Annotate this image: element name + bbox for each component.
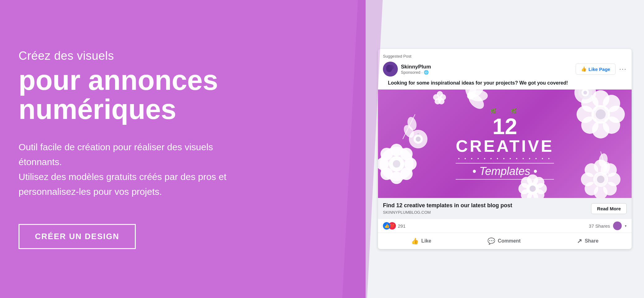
- link-info: Find 12 creative templates in our latest…: [383, 202, 591, 215]
- more-options-button[interactable]: ···: [619, 65, 627, 73]
- comment-action-button[interactable]: 💬 Comment: [481, 234, 527, 248]
- svg-point-39: [596, 109, 606, 119]
- svg-point-27: [469, 90, 488, 101]
- read-more-button[interactable]: Read More: [591, 203, 627, 214]
- create-design-button[interactable]: CRÉER UN DESIGN: [19, 224, 136, 249]
- svg-point-32: [608, 106, 625, 123]
- chevron-down-icon[interactable]: ▾: [625, 224, 627, 228]
- link-title: Find 12 creative templates in our latest…: [383, 202, 591, 209]
- svg-point-52: [581, 173, 595, 186]
- thumbs-up-icon: 👍: [581, 66, 587, 72]
- svg-point-45: [598, 153, 608, 168]
- share-action-button[interactable]: ↗ Share: [571, 234, 604, 248]
- svg-point-11: [380, 148, 393, 160]
- left-panel: Créez des visuels pour annonces numériqu…: [0, 0, 366, 298]
- reactions-left: 👍 ❤️ 291: [383, 222, 406, 230]
- svg-point-15: [414, 134, 423, 144]
- svg-point-48: [607, 173, 620, 186]
- svg-point-23: [433, 94, 439, 100]
- svg-point-43: [583, 91, 587, 94]
- suggested-post-label: Suggested Post: [383, 54, 627, 59]
- svg-point-54: [593, 172, 608, 187]
- svg-point-36: [577, 106, 594, 123]
- like-action-icon: 👍: [411, 237, 419, 245]
- shares-info: 37 Shares ▾: [589, 221, 627, 230]
- svg-point-26: [466, 90, 487, 101]
- reaction-count: 291: [398, 223, 406, 229]
- svg-point-37: [581, 95, 599, 112]
- svg-point-62: [518, 183, 530, 194]
- svg-point-65: [530, 186, 536, 192]
- post-link-section: Find 12 creative templates in our latest…: [378, 198, 632, 219]
- svg-point-12: [389, 156, 404, 172]
- post-image: 🌿 🌿 12 CREATIVE • • • • • • • • • • • • …: [378, 90, 632, 198]
- svg-point-41: [578, 90, 592, 99]
- description: Outil facile de création pour réaliser d…: [19, 140, 235, 199]
- shares-count: 37 Shares: [589, 223, 610, 229]
- svg-point-7: [400, 168, 413, 180]
- svg-point-34: [592, 121, 609, 138]
- svg-point-33: [603, 116, 620, 134]
- subtitle: Créez des visuels: [19, 49, 347, 63]
- svg-point-6: [404, 158, 417, 170]
- svg-point-20: [440, 94, 446, 100]
- avatar: [383, 62, 398, 77]
- image-templates: • Templates •: [456, 163, 554, 180]
- svg-point-60: [527, 192, 538, 198]
- svg-point-31: [603, 95, 620, 112]
- reactions-bar: 👍 ❤️ 291 37 Shares ▾: [378, 219, 632, 233]
- svg-point-8: [390, 172, 403, 184]
- fb-page-info: SkinnyPlum Sponsored · 🌐 👍 Like Page ···: [383, 62, 627, 77]
- sponsored-label: Sponsored · 🌐: [401, 70, 431, 75]
- like-action-button[interactable]: 👍 Like: [405, 234, 437, 248]
- svg-point-2: [389, 65, 394, 69]
- svg-point-44: [599, 161, 612, 177]
- svg-point-58: [536, 183, 547, 194]
- like-page-button[interactable]: 👍 Like Page: [576, 64, 616, 75]
- svg-point-19: [437, 91, 443, 97]
- svg-point-22: [435, 98, 441, 104]
- svg-point-59: [533, 189, 544, 198]
- svg-point-40: [574, 90, 596, 103]
- svg-point-4: [390, 144, 403, 156]
- leaf-icon-top: 🌿 🌿: [456, 108, 554, 114]
- post-text: Looking for some inspirational ideas for…: [383, 80, 627, 90]
- reaction-icons: 👍 ❤️: [383, 222, 396, 230]
- comment-action-icon: 💬: [487, 237, 495, 245]
- svg-point-47: [603, 163, 617, 177]
- image-dots: • • • • • • • • • • • • • • •: [456, 156, 554, 161]
- svg-point-51: [585, 182, 598, 195]
- fb-page-left: SkinnyPlum Sponsored · 🌐: [383, 62, 431, 77]
- share-action-icon: ↗: [577, 237, 582, 245]
- facebook-card: Suggested Post SkinnyPlum Sponsored · 🌐: [378, 49, 632, 249]
- svg-point-49: [603, 182, 617, 195]
- right-panel: Suggested Post SkinnyPlum Sponsored · 🌐: [366, 0, 644, 298]
- svg-point-24: [438, 97, 442, 101]
- svg-point-14: [409, 130, 427, 148]
- svg-point-55: [597, 176, 604, 183]
- svg-point-46: [594, 160, 608, 173]
- like-reaction-icon: 👍: [383, 222, 390, 230]
- svg-point-25: [465, 90, 476, 97]
- actions-bar: 👍 Like 💬 Comment ↗ Share: [378, 233, 632, 249]
- svg-point-5: [400, 148, 413, 160]
- svg-point-10: [378, 158, 389, 170]
- svg-point-21: [438, 98, 444, 104]
- svg-point-17: [402, 123, 416, 139]
- svg-point-9: [380, 168, 393, 180]
- svg-point-64: [526, 182, 539, 195]
- svg-point-53: [585, 163, 598, 177]
- svg-point-13: [393, 160, 400, 168]
- page-name: SkinnyPlum: [401, 64, 431, 70]
- svg-point-61: [521, 189, 532, 198]
- svg-point-35: [581, 116, 599, 134]
- image-text-overlay: 🌿 🌿 12 CREATIVE • • • • • • • • • • • • …: [456, 108, 554, 180]
- svg-point-42: [582, 90, 589, 96]
- svg-point-3: [380, 147, 414, 181]
- link-domain: SKINNYPLUMBLOG.COM: [383, 210, 591, 215]
- purple-avatar-button[interactable]: [613, 221, 622, 230]
- svg-point-29: [467, 92, 474, 99]
- svg-point-30: [592, 90, 609, 107]
- svg-point-38: [591, 105, 610, 124]
- svg-point-50: [594, 186, 608, 198]
